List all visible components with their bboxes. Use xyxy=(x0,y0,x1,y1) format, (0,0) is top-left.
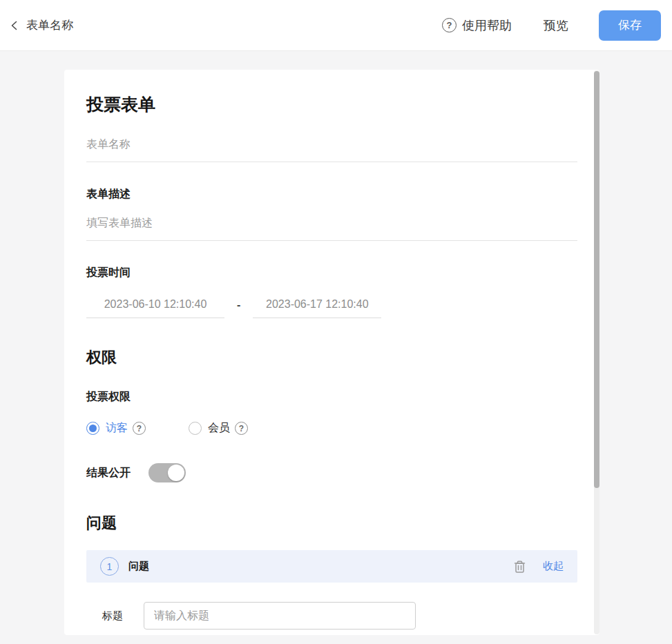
help-label[interactable]: 使用帮助 xyxy=(462,17,512,34)
description-label: 表单描述 xyxy=(86,187,577,202)
question-block: 1 问题 收起 xyxy=(86,550,577,635)
back-navigation[interactable]: 表单名称 xyxy=(10,17,73,33)
result-public-row: 结果公开 xyxy=(86,463,577,482)
help-icon[interactable]: ? xyxy=(133,422,146,435)
radio-option-member[interactable]: 会员 ? xyxy=(189,421,248,436)
vote-permission-options: 访客 ? 会员 ? xyxy=(86,421,577,436)
page-title: 表单名称 xyxy=(26,17,73,33)
topbar-actions: ? 使用帮助 预览 保存 xyxy=(442,10,661,41)
date-range-separator: - xyxy=(237,299,240,318)
form-editor-card: 投票表单 表单描述 投票时间 - 权限 投票权限 访客 ? 会员 ? 结果公 xyxy=(64,70,599,635)
vote-time-range: - xyxy=(86,297,577,318)
scrollbar[interactable] xyxy=(594,70,599,634)
end-datetime-input[interactable] xyxy=(253,297,381,318)
form-description-input[interactable] xyxy=(86,214,577,241)
radio-unchecked-icon[interactable] xyxy=(189,422,202,435)
question-header-actions: 收起 xyxy=(513,560,564,574)
question-header: 1 问题 收起 xyxy=(86,550,577,583)
question-header-label: 问题 xyxy=(128,560,149,573)
preview-button[interactable]: 预览 xyxy=(544,17,568,34)
scrollbar-thumb[interactable] xyxy=(594,71,599,488)
help-icon[interactable]: ? xyxy=(442,18,457,32)
radio-checked-icon[interactable] xyxy=(86,422,99,435)
form-title: 投票表单 xyxy=(86,93,577,116)
form-name-input[interactable] xyxy=(86,135,577,162)
permissions-section-title: 权限 xyxy=(86,347,577,368)
questions-section-title: 问题 xyxy=(86,513,577,534)
result-public-label: 结果公开 xyxy=(86,466,131,480)
question-title-row: 标题 xyxy=(102,602,577,630)
help-link[interactable]: ? 使用帮助 xyxy=(442,17,512,34)
question-body: 标题 单选 多选 xyxy=(86,583,577,635)
save-button[interactable]: 保存 xyxy=(599,10,661,41)
toggle-knob[interactable] xyxy=(168,465,184,481)
radio-option-label: 访客 xyxy=(106,421,128,436)
chevron-left-icon[interactable] xyxy=(10,21,19,30)
question-title-input[interactable] xyxy=(144,602,416,630)
vote-time-label: 投票时间 xyxy=(86,266,577,280)
topbar: 表单名称 ? 使用帮助 预览 保存 xyxy=(0,0,672,51)
collapse-question-link[interactable]: 收起 xyxy=(543,560,564,573)
delete-question-icon[interactable] xyxy=(513,560,526,574)
help-icon[interactable]: ? xyxy=(235,422,248,435)
page-body: 投票表单 表单描述 投票时间 - 权限 投票权限 访客 ? 会员 ? 结果公 xyxy=(0,51,672,644)
start-datetime-input[interactable] xyxy=(86,297,224,318)
vote-permission-label: 投票权限 xyxy=(86,390,577,404)
radio-option-label: 会员 xyxy=(208,421,230,436)
question-number-badge: 1 xyxy=(100,557,119,576)
radio-option-visitor[interactable]: 访客 ? xyxy=(86,421,146,436)
result-public-toggle[interactable] xyxy=(148,463,186,482)
question-title-label: 标题 xyxy=(102,609,123,623)
